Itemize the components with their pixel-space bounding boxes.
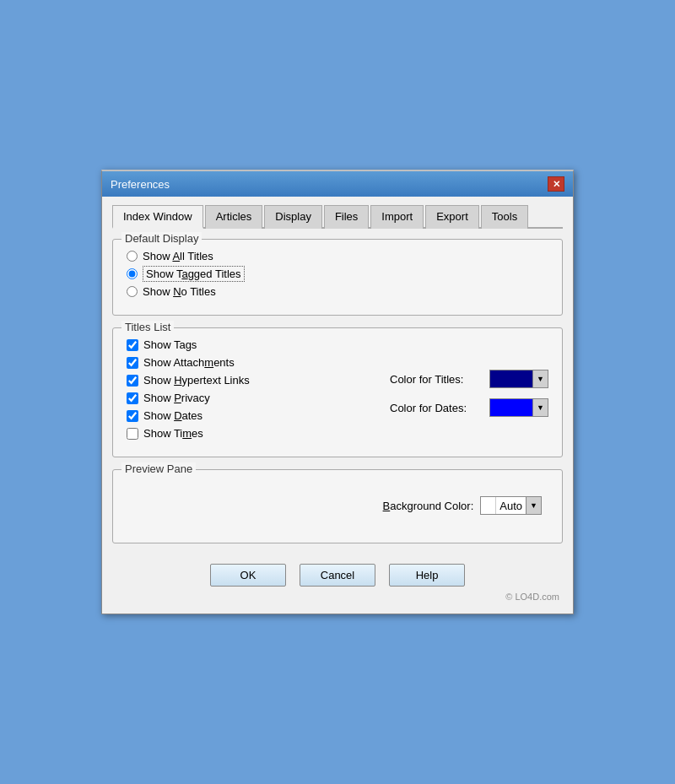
window-body: Index Window Articles Display Files Impo…	[102, 197, 573, 614]
tab-index-window[interactable]: Index Window	[112, 205, 203, 229]
checkbox-row-dates: Show Dates	[127, 409, 373, 422]
default-display-label: Default Display	[122, 232, 202, 245]
checkbox-show-attachments[interactable]	[127, 357, 138, 369]
preferences-window: Preferences ✕ Index Window Articles Disp…	[101, 170, 574, 614]
checkbox-row-attachments: Show Attachments	[127, 356, 373, 369]
tab-files[interactable]: Files	[324, 205, 369, 229]
color-dates-row: Color for Dates: ▼	[390, 398, 548, 417]
titles-list-label: Titles List	[122, 321, 174, 333]
title-bar: Preferences ✕	[102, 171, 573, 197]
radio-tagged-titles-label: Show Tagged Titles	[143, 268, 245, 280]
titles-list-colors: Color for Titles: ▼ Color for Dates: ▼	[390, 338, 548, 445]
default-display-group: Default Display Show All Titles Show Tag…	[112, 239, 563, 316]
bg-color-swatch	[481, 497, 496, 514]
color-titles-swatch	[490, 370, 532, 387]
preview-pane-content: Background Color: Auto ▼	[127, 480, 548, 531]
radio-row-tagged: Show Tagged Titles	[127, 268, 548, 280]
tab-export[interactable]: Export	[425, 205, 479, 229]
checkbox-show-dates[interactable]	[127, 410, 138, 422]
radio-all-titles-label: Show All Titles	[143, 250, 213, 262]
radio-row-none: Show No Titles	[127, 285, 548, 298]
checkbox-show-tags-label: Show Tags	[143, 338, 197, 351]
color-dates-arrow: ▼	[532, 399, 548, 416]
bg-color-label: Background Color:	[383, 500, 474, 512]
bg-color-row: Background Color: Auto ▼	[383, 496, 542, 515]
bg-color-text: Auto	[496, 500, 526, 512]
ok-button[interactable]: OK	[210, 564, 286, 587]
checkbox-show-privacy-label: Show Privacy	[143, 392, 210, 404]
bg-color-button[interactable]: Auto ▼	[480, 496, 542, 515]
watermark: © LO4D.com	[112, 590, 563, 603]
checkbox-row-privacy: Show Privacy	[127, 392, 373, 404]
color-titles-label: Color for Titles:	[390, 373, 483, 386]
titles-list-group: Titles List Show Tags Show Attachments S…	[112, 327, 563, 457]
checkbox-row-tags: Show Tags	[127, 338, 373, 351]
checkbox-show-hypertext-label: Show Hypertext Links	[143, 374, 250, 387]
window-title: Preferences	[111, 178, 170, 191]
help-button[interactable]: Help	[389, 564, 465, 587]
tab-articles[interactable]: Articles	[205, 205, 263, 229]
checkbox-show-tags[interactable]	[127, 339, 138, 351]
color-dates-button[interactable]: ▼	[489, 398, 548, 417]
radio-all-titles[interactable]	[127, 251, 138, 262]
bg-color-arrow: ▼	[526, 497, 541, 514]
tab-tools[interactable]: Tools	[481, 205, 528, 229]
checkbox-show-hypertext[interactable]	[127, 375, 138, 387]
preview-pane-label: Preview Pane	[122, 462, 196, 475]
titles-list-checkboxes: Show Tags Show Attachments Show Hypertex…	[127, 338, 373, 445]
checkbox-show-times-label: Show Times	[143, 427, 203, 440]
color-titles-arrow: ▼	[532, 370, 548, 387]
checkbox-row-hypertext: Show Hypertext Links	[127, 374, 373, 387]
preview-pane-group: Preview Pane Background Color: Auto ▼	[112, 469, 563, 543]
radio-no-titles-label: Show No Titles	[143, 285, 216, 298]
radio-row-all: Show All Titles	[127, 250, 548, 262]
checkbox-row-times: Show Times	[127, 427, 373, 440]
tab-bar: Index Window Articles Display Files Impo…	[112, 203, 563, 229]
radio-no-titles[interactable]	[127, 286, 138, 297]
close-button[interactable]: ✕	[548, 176, 564, 192]
color-dates-label: Color for Dates:	[390, 402, 483, 414]
color-dates-swatch	[490, 399, 532, 416]
checkbox-show-times[interactable]	[127, 428, 138, 440]
tab-import[interactable]: Import	[370, 205, 424, 229]
radio-tagged-titles[interactable]	[127, 268, 138, 279]
color-titles-row: Color for Titles: ▼	[390, 370, 548, 388]
titles-list-content: Show Tags Show Attachments Show Hypertex…	[127, 338, 548, 445]
cancel-button[interactable]: Cancel	[300, 564, 375, 587]
bottom-buttons: OK Cancel Help	[112, 555, 563, 590]
tab-display[interactable]: Display	[264, 205, 322, 229]
checkbox-show-dates-label: Show Dates	[143, 409, 202, 422]
checkbox-show-privacy[interactable]	[127, 392, 138, 404]
color-titles-button[interactable]: ▼	[489, 370, 548, 388]
checkbox-show-attachments-label: Show Attachments	[143, 356, 235, 369]
